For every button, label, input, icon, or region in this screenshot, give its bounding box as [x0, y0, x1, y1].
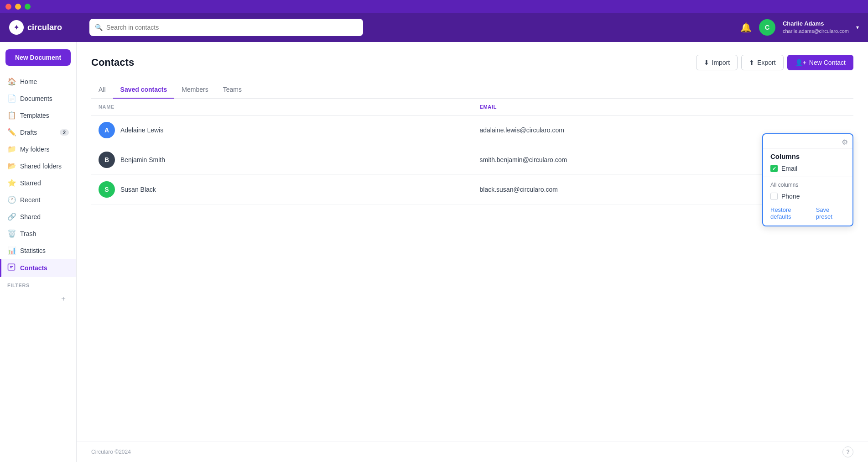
tabs: All Saved contacts Members Teams — [91, 81, 853, 99]
tab-saved-contacts[interactable]: Saved contacts — [113, 81, 175, 99]
columns-footer: Restore defaults Save preset — [763, 203, 852, 226]
all-columns-label: All columns — [763, 179, 852, 190]
copyright-text: Circularo ©2024 — [91, 449, 131, 455]
add-filter-button[interactable]: ＋ — [0, 290, 76, 308]
close-button[interactable] — [5, 4, 11, 10]
sidebar-nav: 🏠 Home 📄 Documents 📋 Templates ✏️ Drafts… — [0, 73, 76, 455]
email-column-label: Email — [781, 165, 797, 172]
sidebar-item-statistics[interactable]: 📊 Statistics — [0, 242, 76, 259]
clock-icon: 🕐 — [7, 195, 16, 204]
logo: ✦ circularo — [9, 20, 82, 35]
sidebar-item-documents[interactable]: 📄 Documents — [0, 90, 76, 107]
sidebar: New Document 🏠 Home 📄 Documents 📋 Templa… — [0, 42, 77, 462]
new-document-button[interactable]: New Document — [5, 49, 71, 66]
contact-name: Benjamin Smith — [120, 156, 165, 163]
export-button[interactable]: ⬆ Export — [741, 55, 783, 70]
help-button[interactable]: ? — [842, 446, 853, 457]
email-checkbox[interactable] — [770, 165, 778, 172]
titlebar — [0, 0, 868, 13]
footer: Circularo ©2024 ? — [77, 441, 868, 462]
search-bar[interactable]: 🔍 — [89, 19, 363, 36]
contact-name-cell: A Adelaine Lewis — [91, 116, 473, 145]
sidebar-item-drafts[interactable]: ✏️ Drafts 2 — [0, 124, 76, 141]
sidebar-item-label: Starred — [20, 179, 41, 187]
sidebar-item-label: My folders — [20, 146, 50, 153]
sidebar-item-label: Shared — [20, 213, 41, 220]
drafts-icon: ✏️ — [7, 128, 16, 136]
user-dropdown-button[interactable]: ▾ — [856, 24, 859, 31]
contact-name: Susan Black — [120, 186, 156, 193]
documents-icon: 📄 — [7, 94, 16, 103]
user-info: Charlie Adams charlie.adams@circularo.co… — [783, 20, 849, 35]
sidebar-item-my-folders[interactable]: 📁 My folders — [0, 141, 76, 158]
sidebar-item-label: Drafts — [20, 129, 37, 136]
sidebar-item-label: Recent — [20, 196, 40, 204]
table-row[interactable]: A Adelaine Lewis adalaine.lewis@circular… — [91, 116, 853, 145]
sidebar-item-trash[interactable]: 🗑️ Trash — [0, 225, 76, 242]
trash-icon: 🗑️ — [7, 229, 16, 238]
gear-button[interactable]: ⚙ — [842, 138, 848, 147]
restore-defaults-link[interactable]: Restore defaults — [770, 206, 811, 220]
sidebar-item-label: Shared folders — [20, 163, 62, 170]
drafts-badge: 2 — [60, 129, 69, 136]
phone-column-label: Phone — [781, 193, 800, 200]
table-row[interactable]: S Susan Black black.susan@circularo.com — [91, 175, 853, 205]
folder-icon: 📁 — [7, 145, 16, 153]
statistics-icon: 📊 — [7, 246, 16, 255]
phone-checkbox[interactable] — [770, 193, 778, 200]
templates-icon: 📋 — [7, 111, 16, 120]
contacts-icon — [7, 263, 16, 273]
sidebar-item-label: Statistics — [20, 247, 46, 254]
contact-name-cell: S Susan Black — [91, 175, 473, 205]
minimize-button[interactable] — [15, 4, 21, 10]
column-item-email[interactable]: Email — [763, 162, 852, 175]
column-header-name: NAME — [91, 99, 473, 116]
columns-title: Columns — [763, 149, 852, 162]
export-icon: ⬆ — [749, 59, 754, 66]
shared-folder-icon: 📂 — [7, 162, 16, 170]
column-item-phone[interactable]: Phone — [763, 190, 852, 203]
tab-teams[interactable]: Teams — [216, 81, 249, 99]
sidebar-item-recent[interactable]: 🕐 Recent — [0, 191, 76, 208]
sidebar-item-label: Contacts — [20, 264, 47, 272]
contacts-table: NAME EMAIL A Adelaine Lewis adalaine.lew… — [91, 99, 853, 205]
user-name: Charlie Adams — [783, 20, 849, 28]
sidebar-item-shared-folders[interactable]: 📂 Shared folders — [0, 158, 76, 174]
notification-bell-icon[interactable]: 🔔 — [740, 22, 752, 33]
logo-text: circularo — [27, 23, 62, 32]
tab-all[interactable]: All — [91, 81, 113, 99]
nav-right: 🔔 C Charlie Adams charlie.adams@circular… — [740, 19, 859, 36]
save-preset-link[interactable]: Save preset — [816, 206, 845, 220]
sidebar-item-label: Documents — [20, 95, 52, 102]
app-body: New Document 🏠 Home 📄 Documents 📋 Templa… — [0, 42, 868, 462]
column-header-email: EMAIL — [473, 99, 854, 116]
columns-panel-header: ⚙ — [763, 134, 852, 149]
sidebar-item-starred[interactable]: ⭐ Starred — [0, 174, 76, 191]
table-row[interactable]: B Benjamin Smith smith.benjamin@circular… — [91, 145, 853, 175]
sidebar-item-shared[interactable]: 🔗 Shared — [0, 208, 76, 225]
user-email: charlie.adams@circularo.com — [783, 28, 849, 35]
columns-panel: ⚙ Columns Email All columns Phone Restor… — [762, 133, 853, 226]
main-content: Contacts ⬇ Import ⬆ Export 👤+ New Contac… — [77, 42, 868, 462]
svg-rect-0 — [8, 264, 15, 270]
sidebar-item-contacts[interactable]: Contacts — [0, 259, 76, 277]
avatar: A — [99, 122, 115, 138]
plus-icon: ＋ — [60, 294, 69, 304]
sidebar-item-label: Templates — [20, 112, 49, 119]
import-button[interactable]: ⬇ Import — [696, 55, 738, 70]
star-icon: ⭐ — [7, 178, 16, 187]
avatar: C — [759, 19, 775, 36]
sidebar-item-templates[interactable]: 📋 Templates — [0, 107, 76, 124]
search-icon: 🔍 — [95, 24, 103, 31]
sidebar-item-home[interactable]: 🏠 Home — [0, 73, 76, 90]
home-icon: 🏠 — [7, 77, 16, 86]
add-person-icon: 👤+ — [795, 59, 806, 66]
new-contact-button[interactable]: 👤+ New Contact — [787, 55, 853, 70]
share-icon: 🔗 — [7, 212, 16, 221]
tab-members[interactable]: Members — [174, 81, 215, 99]
search-input[interactable] — [106, 24, 358, 31]
import-icon: ⬇ — [704, 59, 709, 66]
page-title: Contacts — [91, 57, 134, 68]
page-header: Contacts ⬇ Import ⬆ Export 👤+ New Contac… — [91, 55, 853, 70]
maximize-button[interactable] — [25, 4, 31, 10]
